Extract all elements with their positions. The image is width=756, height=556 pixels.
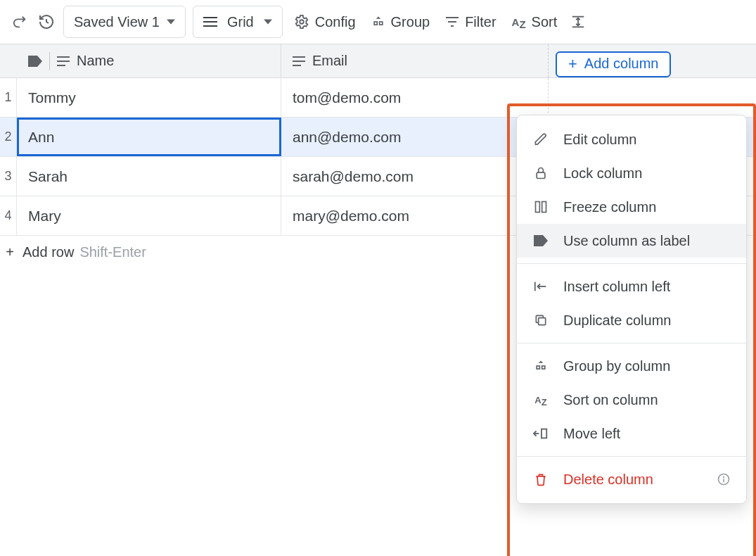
cell-email[interactable]: ann@demo.com [281,118,549,156]
gear-icon [294,14,309,30]
menu-item-label: Sort on column [563,392,658,408]
group-icon [532,358,549,374]
svg-rect-5 [379,22,382,25]
menu-move-left[interactable]: Move left [517,417,746,450]
column-header-name[interactable]: Name [17,44,281,77]
menu-sort-on[interactable]: AZ Sort on column [517,383,746,417]
row-number: 3 [0,157,17,196]
pencil-icon [532,131,549,148]
svg-point-3 [300,20,304,24]
chevron-down-icon [264,18,272,26]
label-tag-icon [28,56,42,67]
column-header-email-label: Email [312,53,347,69]
menu-delete-column[interactable]: Delete column [517,462,746,496]
trash-icon [532,471,549,488]
cell-name[interactable]: Ann [17,118,281,156]
sort-button[interactable]: AZ Sort [508,14,562,30]
label-tag-icon [532,232,549,249]
filter-label: Filter [465,14,496,30]
cell-name[interactable]: Mary [17,196,281,235]
group-label: Group [391,14,430,30]
row-number-header [0,44,17,77]
svg-rect-21 [539,318,546,325]
cell-name[interactable]: Tommy [17,78,281,117]
group-icon [371,15,385,29]
layout-selector[interactable]: Grid [193,6,283,38]
add-column-button[interactable]: + Add column [556,51,671,77]
info-icon [717,472,731,486]
menu-item-label: Group by column [563,358,670,374]
menu-item-label: Use column as label [563,233,690,249]
column-header-email[interactable]: Email [281,44,549,77]
sort-label: Sort [532,14,558,30]
sheet: Name Email + Add column 1Tommytom@demo.c… [0,44,756,269]
menu-item-label: Move left [563,426,620,442]
menu-item-label: Delete column [563,472,653,488]
menu-item-label: Lock column [563,165,642,182]
toolbar: Saved View 1 Grid Config Group Filter [0,0,756,44]
menu-duplicate[interactable]: Duplicate column [517,303,746,337]
svg-rect-4 [374,22,377,25]
table-row[interactable]: 1Tommytom@demo.com [0,78,756,118]
text-lines-icon [57,56,70,66]
svg-rect-23 [542,366,545,369]
menu-freeze-column[interactable]: Freeze column [517,190,746,224]
cell-email[interactable]: sarah@demo.com [281,157,549,196]
menu-use-as-label[interactable]: Use column as label [517,224,746,258]
row-number: 4 [0,196,17,235]
column-context-menu: Edit column Lock column Freeze column Us… [516,115,747,504]
redo-icon[interactable] [10,12,30,32]
filter-icon [445,15,459,28]
layout-label: Grid [227,14,254,30]
plus-icon: + [568,56,577,72]
view-selector-label: Saved View 1 [74,14,160,30]
lock-icon [532,165,549,182]
menu-item-label: Edit column [563,132,637,148]
menu-edit-column[interactable]: Edit column [517,122,746,156]
cell-name[interactable]: Sarah [17,157,281,196]
freeze-icon [532,198,549,215]
view-selector[interactable]: Saved View 1 [63,6,186,38]
menu-item-label: Duplicate column [563,312,671,329]
menu-item-label: Freeze column [563,199,656,215]
svg-rect-24 [542,429,546,438]
menu-lock-column[interactable]: Lock column [517,156,746,190]
config-button[interactable]: Config [290,14,360,30]
insert-left-icon [532,278,549,295]
row-number: 1 [0,78,17,117]
menu-item-label: Insert column left [563,279,670,295]
filter-button[interactable]: Filter [441,14,500,30]
svg-rect-17 [537,172,545,178]
menu-group-by[interactable]: Group by column [517,349,746,383]
config-label: Config [315,14,356,30]
sort-az-icon: AZ [532,391,549,408]
cell-email[interactable]: mary@demo.com [281,196,549,235]
sort-az-icon: AZ [512,17,526,27]
group-button[interactable]: Group [367,14,435,30]
add-column-label: Add column [584,56,659,72]
chevron-down-icon [167,18,175,26]
svg-rect-22 [537,366,539,369]
text-lines-icon [293,56,305,66]
add-row-hint: Shift-Enter [79,244,146,260]
row-height-icon[interactable] [568,12,588,32]
cell-email[interactable]: tom@demo.com [281,78,549,117]
add-row-label: Add row [23,244,74,260]
svg-rect-19 [542,202,546,213]
history-icon[interactable] [37,12,56,32]
plus-icon: + [3,244,17,260]
svg-point-27 [724,476,724,477]
column-header-name-label: Name [77,53,114,69]
grid-icon [203,16,217,27]
svg-rect-18 [536,202,540,213]
row-number: 2 [0,118,17,156]
menu-insert-left[interactable]: Insert column left [517,270,746,303]
duplicate-icon [532,312,549,329]
move-left-icon [532,425,549,442]
